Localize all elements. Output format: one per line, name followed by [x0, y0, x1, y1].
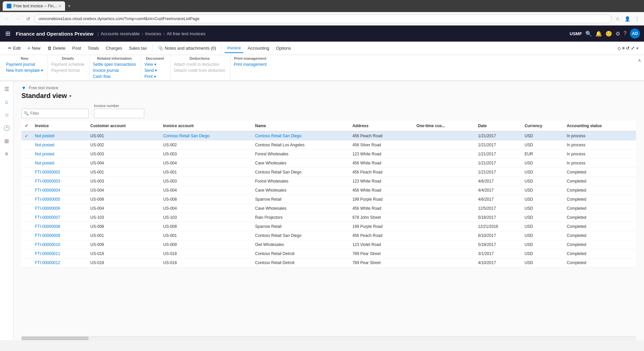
col-customer-account[interactable]: Customer account: [87, 121, 160, 131]
help-icon[interactable]: ?: [624, 31, 627, 37]
invoice-link[interactable]: FTI-00000002: [35, 170, 60, 174]
print-item[interactable]: Print ▾: [144, 74, 166, 79]
totals-button[interactable]: Totals: [85, 44, 102, 53]
scrollbar-thumb[interactable]: [21, 337, 89, 340]
row-checkbox[interactable]: [21, 231, 32, 240]
view-dropdown-icon[interactable]: ▾: [69, 93, 71, 99]
invoice-link[interactable]: FTI-00000004: [35, 188, 60, 193]
invoice-journal-item[interactable]: Invoice journal: [92, 68, 137, 73]
invoice-link[interactable]: Not posted: [35, 134, 54, 138]
breadcrumb-all-free-text[interactable]: All free text invoices: [167, 31, 206, 36]
col-status[interactable]: Accounting status: [564, 121, 636, 131]
col-invoice[interactable]: Invoice: [32, 121, 87, 131]
modules-icon[interactable]: ≡: [3, 149, 10, 159]
company-selector[interactable]: USMF: [570, 31, 582, 36]
new-from-template-item[interactable]: New from template ▾: [5, 68, 44, 73]
forward-button[interactable]: →: [13, 15, 22, 23]
tab-close-button[interactable]: ×: [59, 4, 61, 8]
print-management-item[interactable]: Print management: [233, 62, 267, 67]
invoice-link[interactable]: FTI-00000011: [35, 251, 60, 256]
table-row[interactable]: Not posted US-002 US-002 Contoso Retail …: [21, 141, 636, 150]
post-button[interactable]: Post: [69, 44, 84, 53]
ribbon-collapse-button[interactable]: ∧: [638, 58, 641, 63]
row-checkbox[interactable]: [21, 258, 32, 267]
search-icon[interactable]: 🔍: [585, 31, 592, 37]
notes-button[interactable]: 📎 Notes and attachments (0): [155, 44, 219, 53]
payment-journal-item[interactable]: Payment journal: [5, 62, 44, 67]
row-checkbox[interactable]: [21, 240, 32, 249]
cash-flow-item[interactable]: Cash flow: [92, 74, 137, 79]
cell-invoice[interactable]: FTI-00000004: [32, 186, 87, 195]
send-item[interactable]: Send ▾: [144, 68, 166, 73]
fullscreen-icon[interactable]: ⤢: [631, 46, 635, 51]
col-date[interactable]: Date: [475, 121, 521, 131]
view-item[interactable]: View ▾: [144, 62, 166, 67]
table-row[interactable]: FTI-00000012 US-018 US-018 Contoso Retai…: [21, 258, 636, 267]
filter-input[interactable]: [30, 111, 86, 116]
cell-invoice[interactable]: FTI-00000005: [32, 195, 87, 204]
row-checkbox[interactable]: [21, 159, 32, 168]
invoice-link[interactable]: FTI-00000005: [35, 197, 60, 202]
table-row[interactable]: FTI-00000008 US-008 US-008 Sparrow Retai…: [21, 222, 636, 231]
charges-button[interactable]: Charges: [103, 44, 125, 53]
hamburger-menu-icon[interactable]: ☰: [2, 84, 11, 94]
table-row[interactable]: FTI-00000004 US-004 US-004 Cave Wholesal…: [21, 186, 636, 195]
table-row[interactable]: FTI-00000005 US-008 US-008 Sparrow Retai…: [21, 195, 636, 204]
table-row[interactable]: Not posted US-003 US-003 Forest Wholesal…: [21, 150, 636, 159]
row-checkbox[interactable]: [21, 249, 32, 258]
row-checkbox[interactable]: ✓: [21, 131, 32, 141]
profile-icon[interactable]: 👤: [623, 15, 632, 22]
delete-button[interactable]: 🗑 Delete: [45, 44, 68, 53]
invoice-link[interactable]: FTI-00000006: [35, 206, 60, 211]
table-row[interactable]: FTI-00000002 US-001 US-001 Contoso Retai…: [21, 168, 636, 177]
sync-icon[interactable]: ↺: [626, 46, 630, 51]
bell-icon[interactable]: 🔔: [595, 31, 602, 37]
col-currency[interactable]: Currency: [521, 121, 564, 131]
col-one-time[interactable]: One-time cus...: [413, 121, 475, 131]
invoice-link[interactable]: FTI-00000003: [35, 179, 60, 184]
user-avatar[interactable]: AD: [630, 29, 640, 39]
cell-invoice[interactable]: FTI-00000009: [32, 231, 87, 240]
waffle-menu-icon[interactable]: ⊞: [4, 29, 12, 39]
feedback-icon[interactable]: 🙂: [605, 31, 612, 37]
new-tab-button[interactable]: +: [68, 3, 71, 9]
row-checkbox[interactable]: [21, 195, 32, 204]
col-name[interactable]: Name: [252, 121, 349, 131]
table-row[interactable]: FTI-00000007 US-103 US-103 Rain Projecto…: [21, 213, 636, 222]
accounting-button[interactable]: Accounting: [245, 44, 272, 53]
recent-icon[interactable]: 🕐: [1, 123, 12, 133]
row-checkbox[interactable]: [21, 177, 32, 186]
invoice-link[interactable]: FTI-00000008: [35, 224, 60, 229]
list-icon[interactable]: ≡: [622, 46, 625, 51]
address-bar[interactable]: [34, 14, 612, 23]
invoice-link[interactable]: FTI-00000009: [35, 233, 60, 238]
cell-invoice[interactable]: FTI-00000003: [32, 177, 87, 186]
name-link[interactable]: Contoso Retail San Diego: [163, 134, 210, 138]
table-row[interactable]: FTI-00000003 US-003 US-003 Forest Wholes…: [21, 177, 636, 186]
col-invoice-account[interactable]: Invoice account: [160, 121, 252, 131]
table-row[interactable]: ✓ Not posted US-001 Contoso Retail San D…: [21, 131, 636, 141]
row-checkbox[interactable]: [21, 168, 32, 177]
favorites-icon[interactable]: ☆: [2, 110, 11, 120]
filter-icon[interactable]: ▼: [21, 85, 26, 91]
browser-tab[interactable]: Free text invoice -- Fin... ×: [3, 1, 65, 11]
back-button[interactable]: ←: [3, 15, 11, 23]
breadcrumb-accounts-receivable[interactable]: Accounts receivable: [101, 31, 140, 36]
invoice-link[interactable]: FTI-00000010: [35, 242, 60, 247]
cell-invoice[interactable]: FTI-00000008: [32, 222, 87, 231]
cell-invoice[interactable]: FTI-00000007: [32, 213, 87, 222]
cell-invoice[interactable]: Not posted: [32, 141, 87, 150]
settle-open-item[interactable]: Settle open transactions: [92, 62, 137, 67]
row-checkbox[interactable]: [21, 222, 32, 231]
cell-invoice[interactable]: Not posted: [32, 159, 87, 168]
bookmark-star-icon[interactable]: ☆: [614, 15, 622, 22]
invoice-number-input[interactable]: [94, 109, 144, 118]
cell-invoice[interactable]: FTI-00000011: [32, 249, 87, 258]
col-address[interactable]: Address: [349, 121, 413, 131]
table-row[interactable]: Not posted US-004 US-004 Cave Wholesales…: [21, 159, 636, 168]
invoice-link[interactable]: Not posted: [35, 143, 54, 147]
table-row[interactable]: FTI-00000009 US-001 US-001 Contoso Retai…: [21, 231, 636, 240]
home-icon[interactable]: ⌂: [3, 97, 10, 107]
row-checkbox[interactable]: [21, 213, 32, 222]
invoice-link[interactable]: Not posted: [35, 152, 54, 156]
